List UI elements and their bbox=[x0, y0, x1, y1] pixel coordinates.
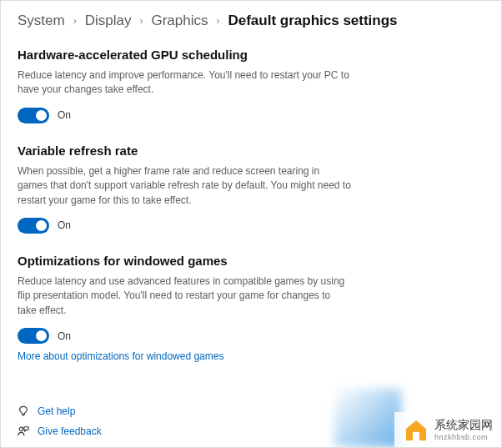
watermark-blur bbox=[334, 389, 401, 447]
toggle-knob bbox=[36, 330, 47, 341]
toggle-row: On bbox=[18, 218, 484, 234]
gpu-scheduling-toggle[interactable] bbox=[18, 108, 49, 123]
section-variable-refresh: Variable refresh rate When possible, get… bbox=[18, 143, 484, 234]
feedback-icon bbox=[18, 425, 29, 437]
toggle-state-label: On bbox=[58, 219, 71, 231]
help-icon bbox=[18, 405, 29, 417]
toggle-state-label: On bbox=[58, 330, 71, 342]
toggle-row: On bbox=[18, 108, 484, 123]
get-help-label: Get help bbox=[38, 405, 75, 417]
chevron-right-icon: › bbox=[73, 15, 77, 27]
section-description: Reduce latency and improve performance. … bbox=[18, 68, 351, 98]
footer-links: Get help Give feedback bbox=[18, 405, 102, 437]
breadcrumb-current: Default graphics settings bbox=[228, 13, 397, 29]
chevron-right-icon: › bbox=[139, 15, 143, 27]
watermark-logo-icon bbox=[403, 417, 429, 442]
toggle-knob bbox=[36, 110, 47, 121]
svg-rect-3 bbox=[413, 432, 419, 440]
breadcrumb: System › Display › Graphics › Default gr… bbox=[18, 13, 484, 29]
section-title: Optimizations for windowed games bbox=[18, 254, 484, 268]
section-title: Hardware-accelerated GPU scheduling bbox=[18, 48, 484, 62]
chevron-right-icon: › bbox=[216, 15, 219, 27]
give-feedback-link[interactable]: Give feedback bbox=[18, 425, 102, 437]
windowed-optimizations-toggle[interactable] bbox=[18, 328, 49, 344]
section-description: When possible, get a higher frame rate a… bbox=[18, 164, 351, 208]
settings-page: System › Display › Graphics › Default gr… bbox=[1, 1, 501, 391]
toggle-state-label: On bbox=[58, 109, 71, 121]
section-gpu-scheduling: Hardware-accelerated GPU scheduling Redu… bbox=[18, 48, 484, 123]
watermark-subtext: hnzkhbsb.com bbox=[434, 433, 493, 441]
more-about-link[interactable]: More about optimizations for windowed ga… bbox=[18, 350, 223, 362]
get-help-link[interactable]: Get help bbox=[18, 405, 102, 417]
breadcrumb-display[interactable]: Display bbox=[85, 13, 132, 29]
toggle-knob bbox=[36, 220, 47, 231]
section-title: Variable refresh rate bbox=[18, 143, 484, 158]
section-windowed-optimizations: Optimizations for windowed games Reduce … bbox=[18, 254, 484, 363]
watermark-text: 系统家园网 bbox=[434, 418, 493, 433]
section-description: Reduce latency and use advanced features… bbox=[18, 274, 351, 318]
breadcrumb-system[interactable]: System bbox=[18, 13, 65, 29]
give-feedback-label: Give feedback bbox=[38, 425, 102, 437]
svg-rect-2 bbox=[24, 427, 28, 430]
svg-point-1 bbox=[19, 427, 23, 430]
watermark: 系统家园网 hnzkhbsb.com bbox=[394, 412, 501, 447]
toggle-row: On bbox=[18, 328, 484, 344]
breadcrumb-graphics[interactable]: Graphics bbox=[151, 13, 208, 29]
variable-refresh-toggle[interactable] bbox=[18, 218, 49, 234]
